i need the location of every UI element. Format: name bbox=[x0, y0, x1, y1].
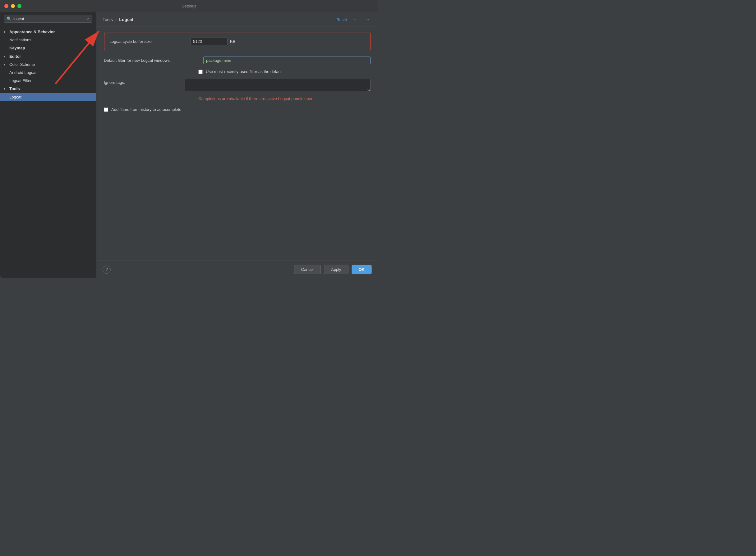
sidebar-item-appearance[interactable]: ▾ Appearance & Behavior bbox=[0, 28, 96, 36]
buffer-size-unit: KB bbox=[230, 39, 235, 44]
chevron-down-icon: ▾ bbox=[4, 30, 7, 34]
default-filter-input[interactable] bbox=[203, 57, 370, 64]
add-filters-label: Add filters from history to autocomplete bbox=[111, 107, 181, 112]
mru-checkbox[interactable] bbox=[198, 70, 203, 74]
search-input[interactable] bbox=[13, 16, 85, 21]
add-filters-row: Add filters from history to autocomplete bbox=[104, 107, 370, 112]
search-clear-button[interactable]: ✕ bbox=[87, 17, 90, 21]
search-wrapper: 🔍 ✕ bbox=[4, 15, 92, 23]
help-button[interactable]: ? bbox=[103, 266, 111, 274]
breadcrumb-current: Logcat bbox=[119, 17, 133, 22]
breadcrumb-separator: › bbox=[115, 17, 117, 22]
minimize-button[interactable] bbox=[11, 4, 15, 8]
title-bar: Settings bbox=[0, 0, 378, 12]
sidebar-item-tools[interactable]: ▾ Tools bbox=[0, 85, 96, 93]
default-filter-label: Default filter for new Logcat windows: bbox=[104, 58, 197, 63]
sidebar-item-logcat[interactable]: Logcat bbox=[0, 93, 96, 101]
apply-button[interactable]: Apply bbox=[324, 265, 349, 274]
sidebar-item-label: Appearance & Behavior bbox=[9, 29, 55, 35]
mru-checkbox-label: Use most-recently-used filter as the def… bbox=[206, 69, 283, 74]
mru-checkbox-row: Use most-recently-used filter as the def… bbox=[104, 69, 370, 74]
bottom-buttons: Cancel Apply OK bbox=[294, 265, 372, 274]
sidebar-item-color-scheme[interactable]: ▾ Color Scheme bbox=[0, 61, 96, 69]
add-filters-checkbox[interactable] bbox=[104, 107, 108, 112]
window-title: Settings bbox=[182, 4, 196, 8]
sidebar-item-label: Notifications bbox=[9, 37, 31, 43]
default-filter-row: Default filter for new Logcat windows: bbox=[104, 57, 370, 64]
ok-button[interactable]: OK bbox=[352, 265, 372, 274]
content-header: Tools › Logcat Reset ← → bbox=[96, 12, 378, 26]
expand-icon: ⤡ bbox=[367, 88, 369, 91]
settings-window: Settings 🔍 ✕ ▾ Appearance & Behavior bbox=[0, 0, 378, 278]
header-actions: Reset ← → bbox=[336, 16, 372, 23]
nav-back-button[interactable]: ← bbox=[351, 16, 359, 23]
sidebar-item-label: Android Logcat bbox=[9, 70, 36, 75]
sidebar-item-label: Editor bbox=[9, 54, 21, 59]
sidebar-item-keymap[interactable]: Keymap bbox=[0, 44, 96, 52]
buffer-size-input[interactable] bbox=[190, 38, 228, 45]
sidebar-item-label: Keymap bbox=[9, 45, 25, 51]
sidebar-item-label: Logcat Filter bbox=[9, 78, 32, 83]
sidebar-item-label: Tools bbox=[9, 86, 20, 92]
window-controls bbox=[4, 4, 22, 8]
main-layout: 🔍 ✕ ▾ Appearance & Behavior Notification… bbox=[0, 12, 378, 278]
chevron-down-icon: ▾ bbox=[4, 63, 7, 67]
ignore-tags-wrapper: ⤡ bbox=[185, 79, 370, 93]
nav-forward-button[interactable]: → bbox=[363, 16, 372, 23]
search-icon: 🔍 bbox=[6, 16, 11, 21]
buffer-size-row: Logcat cycle buffer size: KB bbox=[104, 33, 370, 50]
content-body: Logcat cycle buffer size: KB Default fil… bbox=[96, 26, 378, 260]
search-bar: 🔍 ✕ bbox=[0, 12, 96, 26]
content-area: Tools › Logcat Reset ← → Logcat cycle bu… bbox=[96, 12, 378, 278]
ignore-tags-label: Ignore tags: bbox=[104, 79, 178, 85]
buffer-size-content: KB bbox=[190, 38, 235, 45]
bottom-bar: ? Cancel Apply OK bbox=[96, 260, 378, 278]
sidebar-item-logcat-filter[interactable]: Logcat Filter bbox=[0, 77, 96, 85]
sidebar: 🔍 ✕ ▾ Appearance & Behavior Notification… bbox=[0, 12, 96, 278]
cancel-button[interactable]: Cancel bbox=[294, 265, 321, 274]
close-button[interactable] bbox=[4, 4, 8, 8]
sidebar-item-android-logcat[interactable]: Android Logcat bbox=[0, 69, 96, 77]
chevron-down-icon: ▾ bbox=[4, 55, 7, 59]
sidebar-item-notifications[interactable]: Notifications bbox=[0, 36, 96, 44]
completions-hint: Completions are available if there are a… bbox=[104, 96, 370, 101]
maximize-button[interactable] bbox=[18, 4, 22, 8]
ignore-tags-row: Ignore tags: ⤡ bbox=[104, 79, 370, 93]
ignore-tags-input[interactable] bbox=[185, 79, 370, 91]
sidebar-item-editor[interactable]: ▾ Editor bbox=[0, 53, 96, 61]
sidebar-item-label: Color Scheme bbox=[9, 62, 35, 67]
reset-button[interactable]: Reset bbox=[336, 18, 347, 22]
chevron-down-icon: ▾ bbox=[4, 86, 7, 91]
sidebar-tree: ▾ Appearance & Behavior Notifications Ke… bbox=[0, 26, 96, 278]
breadcrumb: Tools › Logcat bbox=[103, 17, 133, 22]
sidebar-item-label: Logcat bbox=[9, 95, 22, 100]
breadcrumb-parent: Tools bbox=[103, 17, 113, 22]
buffer-size-label: Logcat cycle buffer size: bbox=[109, 39, 184, 44]
